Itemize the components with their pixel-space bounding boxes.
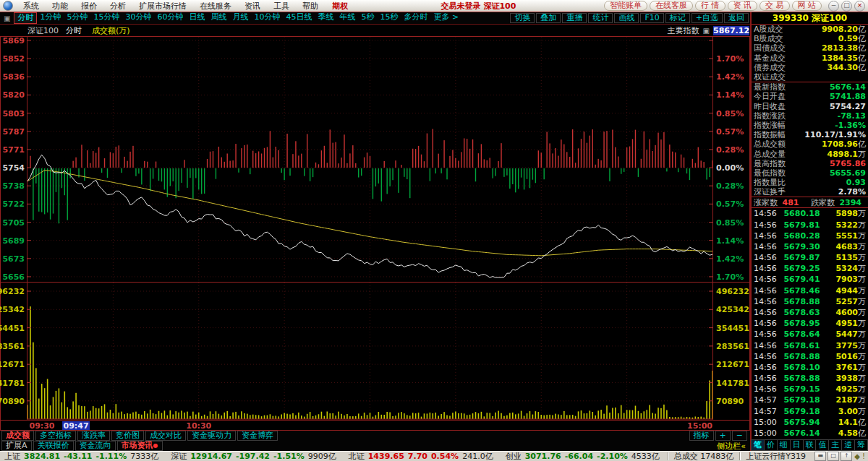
toolbar-action-1[interactable]: 切换 bbox=[510, 13, 535, 23]
info-tab-2[interactable]: 关联报价 bbox=[33, 441, 74, 451]
zoom-out-button[interactable]: − bbox=[732, 431, 747, 441]
chart-period-label[interactable]: 分时 bbox=[66, 25, 82, 36]
indicator-tab-1[interactable]: 成交额 bbox=[1, 431, 34, 441]
info-tab-3[interactable]: 资金流向 bbox=[75, 441, 116, 451]
menu-item-2[interactable]: 功能 bbox=[46, 1, 75, 12]
indicator-tab-5[interactable]: 成交对比 bbox=[145, 431, 186, 441]
status-button-icon-3[interactable]: ↑ bbox=[841, 452, 852, 461]
close-button[interactable]: × bbox=[854, 1, 865, 12]
indicator-button[interactable]: 指标 bbox=[689, 431, 714, 441]
menu-options[interactable]: 期权 bbox=[325, 1, 355, 12]
svg-text:354451: 354451 bbox=[0, 324, 25, 333]
toolbar-action-2[interactable]: 叠加 bbox=[536, 13, 561, 23]
svg-text:70890: 70890 bbox=[716, 397, 744, 406]
quote-tab-9[interactable]: 筹 bbox=[854, 439, 868, 451]
service-button-1[interactable]: 智能账单 bbox=[604, 1, 647, 11]
toolbar-action-7[interactable]: 标记 bbox=[665, 13, 690, 23]
period-tab-2[interactable]: 1分钟 bbox=[37, 12, 64, 24]
period-tab-14[interactable]: 5秒 bbox=[358, 12, 377, 24]
sidebar-toggle[interactable]: 侧边栏« bbox=[717, 441, 750, 452]
status-button-icon-1[interactable]: ▬ bbox=[814, 452, 826, 461]
toolbar-action-3[interactable]: 重播 bbox=[562, 13, 587, 23]
toolbar-action-4[interactable]: 统计 bbox=[588, 13, 613, 23]
info-tab-4[interactable]: 市场资讯● bbox=[117, 441, 163, 451]
quote-tab-4[interactable]: 日 bbox=[790, 439, 804, 451]
quote-tab-3[interactable]: 细 bbox=[777, 439, 791, 451]
zoom-in-button[interactable]: + bbox=[715, 431, 731, 441]
period-tab-11[interactable]: 45日线 bbox=[283, 12, 315, 24]
service-button-3[interactable]: 行 情 bbox=[695, 1, 726, 11]
chart-indicator-label[interactable]: 成交额(万) bbox=[92, 25, 130, 36]
symbol-header[interactable]: 399330 深证100 bbox=[752, 12, 868, 24]
quote-tab-8[interactable]: 逆 bbox=[841, 439, 855, 451]
indicator-tab-6[interactable]: 资金驱动力 bbox=[187, 431, 236, 441]
period-tab-1[interactable]: 分时 bbox=[14, 12, 37, 24]
stat-row-5: 指数涨幅-1.36% bbox=[752, 121, 868, 130]
menu-item-4[interactable]: 分析 bbox=[103, 1, 132, 12]
status-button-icon-2[interactable]: □ bbox=[827, 452, 839, 461]
menu-item-1[interactable]: 系统 bbox=[17, 1, 46, 12]
stat-row-11-value: 0.93 bbox=[846, 178, 866, 187]
period-tab-8[interactable]: 周线 bbox=[208, 12, 229, 24]
indicator-tab-2[interactable]: 多空指标 bbox=[35, 431, 76, 441]
toolbar-action-8[interactable]: +自选 bbox=[692, 13, 723, 23]
layout-icon[interactable]: ▣ bbox=[4, 14, 10, 22]
menu-item-5[interactable]: 扩展市场行情 bbox=[132, 1, 193, 12]
toolbar-action-5[interactable]: 画线 bbox=[614, 13, 639, 23]
indicator-tab-7[interactable]: 资金博弈 bbox=[237, 431, 278, 441]
tick-volume-num: 3775 bbox=[835, 341, 858, 350]
menu-item-7[interactable]: 资讯 bbox=[238, 1, 267, 12]
quote-tab-5[interactable]: 联 bbox=[803, 439, 817, 451]
tick-volume: 5324万 bbox=[824, 263, 866, 274]
quote-tab-1[interactable]: 笔 bbox=[751, 439, 765, 451]
tick-row-6: 14:565679.255324万 bbox=[752, 263, 868, 274]
service-button-5[interactable]: 交 易 bbox=[760, 1, 790, 11]
svg-text:5656: 5656 bbox=[2, 272, 25, 282]
chart-symbol-name: 深证100 bbox=[27, 25, 59, 36]
menu-item-3[interactable]: 报价 bbox=[75, 1, 103, 12]
indicator-tab-4[interactable]: 竞价图 bbox=[111, 431, 144, 441]
tick-time: 14:56 bbox=[754, 264, 780, 273]
period-tab-7[interactable]: 日线 bbox=[186, 12, 208, 24]
menu-item-9[interactable]: 帮助 bbox=[296, 1, 325, 12]
tick-price: 5679.25 bbox=[780, 264, 824, 273]
index-stats-list: 最新指数5676.14今日开盘5741.88昨日收盘5754.27指数涨跌-78… bbox=[752, 82, 868, 197]
period-tab-10[interactable]: 10分钟 bbox=[251, 12, 283, 24]
toolbar-action-9[interactable]: 返回 bbox=[724, 13, 749, 23]
quote-tab-6[interactable]: 值 bbox=[815, 439, 829, 451]
period-tab-3[interactable]: 5分钟 bbox=[64, 12, 90, 24]
toolbar-action-6[interactable]: F10 bbox=[640, 13, 663, 23]
maximize-button[interactable]: □ bbox=[841, 1, 852, 12]
period-tab-9[interactable]: 月线 bbox=[229, 12, 251, 24]
tick-volume-num: 5257 bbox=[835, 297, 858, 306]
stat-row-2-value: 5741.88 bbox=[830, 92, 866, 101]
period-tab-6[interactable]: 60分钟 bbox=[154, 12, 186, 24]
quote-tab-7[interactable]: 主 bbox=[828, 439, 842, 451]
menu-item-6[interactable]: 在线服务 bbox=[193, 1, 238, 12]
tick-list[interactable]: 14:565680.185898万14:565679.815322万14:565… bbox=[752, 208, 868, 439]
menu-item-8[interactable]: 工具 bbox=[267, 1, 296, 12]
tick-time: 14:57 bbox=[754, 407, 780, 416]
period-tab-17[interactable]: 更多 > bbox=[430, 12, 461, 24]
period-tab-12[interactable]: 季线 bbox=[315, 12, 336, 24]
period-tab-4[interactable]: 15分钟 bbox=[90, 12, 122, 24]
service-button-4[interactable]: 资 讯 bbox=[728, 1, 758, 11]
period-tab-5[interactable]: 30分钟 bbox=[122, 12, 154, 24]
app-logo-icon[interactable] bbox=[3, 1, 13, 11]
svg-text:496232: 496232 bbox=[716, 287, 749, 296]
indicator-tab-3[interactable]: 涨跌率 bbox=[77, 431, 110, 441]
minimize-button[interactable]: − bbox=[828, 1, 839, 12]
service-button-6[interactable]: 网 站 bbox=[792, 1, 822, 11]
period-tab-13[interactable]: 年线 bbox=[336, 12, 358, 24]
period-tab-15[interactable]: 15秒 bbox=[377, 12, 401, 24]
panel-select-icon[interactable]: ▣ bbox=[703, 27, 710, 35]
info-tab-1[interactable]: 扩展A bbox=[1, 441, 32, 451]
main-index-label[interactable]: 主要指数 bbox=[668, 25, 699, 36]
stat-row-10-num: 5655.69 bbox=[830, 168, 866, 178]
period-tab-16[interactable]: 多分时 bbox=[401, 12, 430, 24]
tick-row-20: 15:005675.9414.1亿 bbox=[752, 417, 868, 428]
service-button-2[interactable]: 在线客服 bbox=[650, 1, 693, 11]
tick-time: 14:56 bbox=[754, 242, 780, 251]
quote-tab-2[interactable]: 价 bbox=[764, 439, 778, 451]
intraday-chart[interactable]: 5869585258365820580357875771575457385722… bbox=[0, 36, 750, 431]
